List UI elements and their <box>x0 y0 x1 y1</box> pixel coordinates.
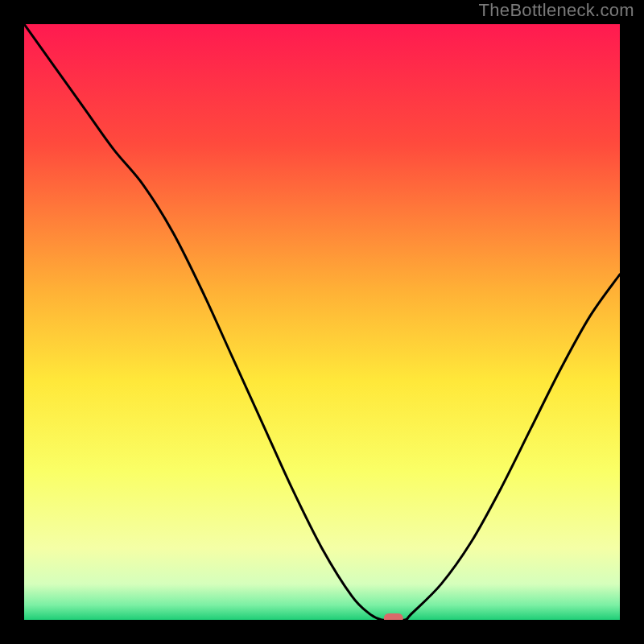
bottleneck-curve <box>24 24 620 620</box>
watermark-text: TheBottleneck.com <box>479 0 634 21</box>
chart-outer-frame: TheBottleneck.com <box>0 0 644 644</box>
optimal-point-marker <box>384 613 403 620</box>
curve-layer <box>24 24 620 620</box>
plot-area <box>24 24 620 620</box>
